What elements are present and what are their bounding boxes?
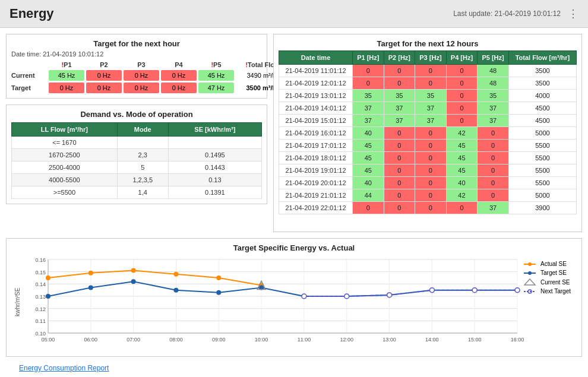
svg-point-50 (216, 290, 221, 295)
col-p2: P2 (86, 61, 122, 68)
svg-text:06:00: 06:00 (84, 337, 98, 343)
current-p3: 0 Hz (124, 70, 159, 81)
cell-p3: 0 (415, 140, 447, 152)
cell-p2: 0 (384, 177, 415, 189)
cell-p5: 37 (478, 102, 509, 115)
demand-cell-flow: <= 1670 (12, 137, 118, 149)
demand-cell-se: 0.1443 (168, 161, 261, 174)
cell-p3: 0 (415, 152, 447, 164)
cell-total: 5000 (508, 189, 576, 202)
cell-p4: 42 (446, 127, 478, 140)
table-12h-row: 21-04-2019 17:01:1245004505500 (279, 140, 577, 152)
right-panel: Target for the next 12 hours Date time P… (273, 34, 582, 232)
legend-current-label: Current SE (540, 279, 570, 286)
svg-point-42 (131, 268, 136, 273)
svg-text:0.15: 0.15 (35, 270, 46, 275)
svg-point-59 (344, 294, 349, 299)
svg-point-61 (429, 288, 434, 293)
cell-p3: 0 (415, 177, 447, 189)
svg-text:0.14: 0.14 (35, 281, 46, 287)
demand-cell-mode: 5 (117, 161, 168, 174)
cell-p2: 37 (384, 102, 415, 115)
app-container: Energy Last update: 21-04-2019 10:01:12 … (0, 0, 588, 377)
cell-p3: 37 (415, 102, 447, 115)
target-12h-title: Target for the next 12 hours (279, 39, 577, 48)
table-12h-row: 21-04-2019 19:01:1245004505500 (279, 164, 577, 177)
cell-p4: 0 (446, 90, 478, 102)
chart-inner: 0.100.110.120.130.140.150.1605:0006:0007… (23, 255, 577, 350)
svg-text:0.12: 0.12 (35, 306, 46, 312)
target-hour-datetime: Date time: 21-04-2019 10:01:12 (11, 50, 262, 58)
cell-p3: 35 (415, 90, 447, 102)
cell-p3: 37 (415, 115, 447, 127)
cell-p4: 0 (446, 77, 478, 90)
col-totalflow-12h: Total Flow [m³/hr] (508, 51, 576, 65)
cell-p1: 45 (353, 140, 384, 152)
demand-cell-se: 0.1391 (168, 186, 261, 199)
cell-p2: 0 (384, 65, 415, 77)
cell-p1: 0 (353, 77, 384, 90)
cell-p2: 0 (384, 202, 415, 214)
cell-p1: 45 (353, 164, 384, 177)
cell-p4: 0 (446, 202, 478, 214)
demand-cell-se: 0.1495 (168, 149, 261, 161)
svg-point-43 (173, 272, 178, 277)
target-p5: 47 Hz (198, 83, 234, 93)
table-12h: Date time P1 [Hz] P2 [Hz] P3 [Hz] P4 [Hz… (279, 50, 577, 214)
cell-datetime: 21-04-2019 15:01:12 (279, 115, 353, 127)
cell-p1: 44 (353, 189, 384, 202)
legend-actual-label: Actual SE (540, 261, 567, 267)
cell-p2: 0 (384, 140, 415, 152)
cell-total: 3500 (508, 65, 576, 77)
left-panel: Target for the next hour Date time: 21-0… (6, 34, 267, 232)
target-hour-title: Target for the next hour (11, 39, 262, 48)
cell-p5: 37 (478, 202, 509, 214)
cell-p2: 35 (384, 90, 415, 102)
header: Energy Last update: 21-04-2019 10:01:12 … (0, 0, 588, 28)
cell-p2: 37 (384, 115, 415, 127)
cell-p4: 45 (446, 152, 478, 164)
target-row-label: Target (11, 84, 47, 91)
legend-current-se: Current SE (524, 278, 571, 286)
svg-text:0.11: 0.11 (35, 318, 46, 324)
cell-p2: 0 (384, 77, 415, 90)
cell-p1: 45 (353, 152, 384, 164)
cell-p5: 48 (478, 77, 509, 90)
col-p5: !P5 (198, 61, 234, 68)
cell-p2: 0 (384, 127, 415, 140)
svg-text:09:00: 09:00 (212, 337, 226, 343)
options-menu-icon[interactable]: ⋮ (568, 7, 578, 20)
footer-link[interactable]: Energy Consumption Report (10, 362, 118, 377)
table-12h-row: 21-04-2019 13:01:123535350354000 (279, 90, 577, 102)
svg-text:05:00: 05:00 (42, 337, 55, 343)
svg-point-66 (528, 262, 532, 266)
demand-table: LL Flow [m³/hr] Mode SE [kWhr/m³] <= 167… (11, 122, 262, 199)
col-p3hz: P3 [Hz] (415, 51, 447, 65)
demand-cell-flow: >=5500 (12, 186, 118, 199)
demand-row: 1670-25002,30.1495 (12, 149, 262, 161)
cell-datetime: 21-04-2019 22:01:12 (279, 202, 353, 214)
legend-next-target-label: Next Target (540, 288, 571, 294)
legend-target-se: Target SE (524, 270, 571, 276)
footer: Energy Consumption Report (0, 363, 588, 377)
col-p5hz: P5 [Hz] (478, 51, 509, 65)
svg-text:0.13: 0.13 (35, 294, 46, 300)
svg-text:10:00: 10:00 (255, 337, 268, 343)
demand-cell-se (168, 137, 261, 149)
svg-text:0.10: 0.10 (35, 331, 46, 337)
chart-legend: Actual SE Target SE Current SE (524, 261, 571, 294)
header-right: Last update: 21-04-2019 10:01:12 ⋮ (453, 7, 578, 20)
cell-p4: 45 (446, 140, 478, 152)
cell-p4: 0 (446, 102, 478, 115)
legend-next-target: Next Target (524, 288, 571, 294)
cell-p3: 0 (415, 65, 447, 77)
svg-text:08:00: 08:00 (169, 337, 183, 343)
cell-total: 4500 (508, 115, 576, 127)
cell-p5: 48 (478, 65, 509, 77)
target-p1: 0 Hz (49, 83, 84, 93)
cell-p1: 0 (353, 202, 384, 214)
svg-text:12:00: 12:00 (340, 337, 353, 343)
cell-p5: 37 (478, 115, 509, 127)
table-12h-row: 21-04-2019 11:01:120000483500 (279, 65, 577, 77)
page-title: Energy (10, 6, 54, 21)
